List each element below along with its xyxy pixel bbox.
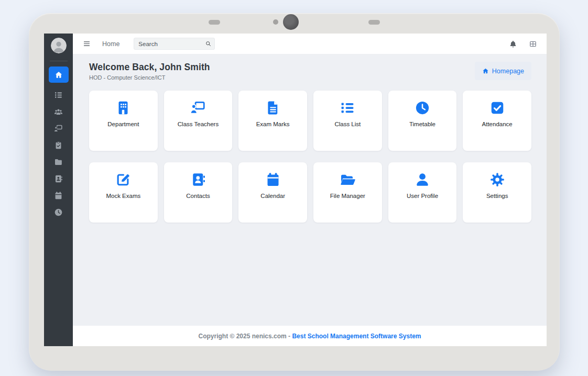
search-icon[interactable] [205, 40, 212, 47]
sidebar-item-address-book-icon[interactable] [54, 174, 63, 183]
search-box [134, 38, 215, 50]
file-lines-icon [265, 100, 281, 116]
card-label: Department [107, 121, 139, 127]
bezel-sensor-dot [273, 19, 278, 25]
sidebar [44, 34, 73, 346]
card-attendance[interactable]: Attendance [463, 91, 531, 151]
square-check-icon [489, 100, 505, 116]
card-department[interactable]: Department [89, 91, 158, 151]
building-icon [115, 100, 131, 116]
list-icon [340, 100, 355, 116]
user-avatar[interactable] [51, 38, 67, 53]
avatar-person-icon [51, 38, 67, 53]
sidebar-item-folder-icon[interactable] [54, 158, 63, 167]
address-book-icon [190, 172, 206, 187]
pen-square-icon [115, 172, 131, 187]
homepage-button-label: Homepage [492, 68, 524, 75]
content: Welcome Back, John Smith HOD - Computer … [73, 54, 547, 326]
main-area: Home Welcome Back, John Smith HOD - Comp… [73, 34, 547, 346]
card-label: Mock Exams [106, 193, 140, 199]
app-window: Home Welcome Back, John Smith HOD - Comp… [44, 34, 547, 346]
bezel-sensor-pill-right [368, 20, 380, 25]
card-class-teachers[interactable]: Class Teachers [164, 91, 233, 151]
nav-home-link[interactable]: Home [102, 40, 119, 48]
footer: Copyright © 2025 nenics.com - Best Schoo… [73, 326, 547, 346]
card-label: Attendance [482, 121, 513, 127]
card-file-manager[interactable]: File Manager [313, 162, 382, 223]
clock-icon [415, 100, 430, 116]
calendar-icon [265, 172, 281, 187]
card-label: Settings [486, 193, 508, 199]
search-input[interactable] [134, 38, 215, 50]
page-subtitle: HOD - Computer Science/ICT [89, 74, 210, 81]
card-exam-marks[interactable]: Exam Marks [238, 91, 307, 151]
gear-icon [489, 172, 505, 187]
card-timetable[interactable]: Timetable [388, 91, 457, 151]
header-row: Welcome Back, John Smith HOD - Computer … [89, 62, 531, 81]
menu-toggle-icon[interactable] [82, 40, 91, 48]
grid-icon[interactable] [529, 40, 537, 48]
card-label: Contacts [186, 193, 210, 199]
chalkboard-user-icon [190, 100, 206, 116]
home-icon [482, 68, 489, 74]
card-contacts[interactable]: Contacts [164, 162, 233, 223]
copyright-text: Copyright © 2025 nenics.com [199, 333, 287, 340]
welcome-block: Welcome Back, John Smith HOD - Computer … [89, 62, 210, 81]
bell-icon[interactable] [509, 40, 517, 48]
bezel-sensor-pill-left [209, 20, 220, 25]
folder-open-icon [340, 172, 355, 187]
page-title: Welcome Back, John Smith [89, 62, 210, 73]
dashboard-cards: DepartmentClass TeachersExam MarksClass … [89, 91, 531, 223]
front-camera [283, 14, 299, 30]
sidebar-item-clipboard-check-icon[interactable] [54, 141, 63, 150]
card-settings[interactable]: Settings [463, 162, 531, 223]
card-label: User Profile [407, 193, 438, 199]
card-label: Calendar [260, 193, 285, 199]
sidebar-item-calendar-icon[interactable] [54, 191, 63, 200]
sidebar-item-list-icon[interactable] [54, 91, 63, 99]
sidebar-item-class-teachers-icon[interactable] [54, 124, 63, 133]
card-user-profile[interactable]: User Profile [388, 162, 457, 223]
user-icon [415, 172, 430, 187]
card-class-list[interactable]: Class List [313, 91, 382, 151]
footer-separator: - [287, 333, 292, 340]
homepage-button[interactable]: Homepage [475, 62, 531, 80]
sidebar-item-users-icon[interactable] [54, 107, 63, 116]
home-icon [55, 71, 63, 79]
footer-link[interactable]: Best School Management Software System [292, 333, 421, 340]
card-label: Timetable [409, 121, 435, 127]
card-label: Class List [334, 121, 361, 127]
card-label: Class Teachers [178, 121, 219, 127]
card-mock-exams[interactable]: Mock Exams [89, 162, 158, 223]
tablet-frame: Home Welcome Back, John Smith HOD - Comp… [29, 13, 560, 371]
sidebar-item-clock-icon[interactable] [54, 208, 63, 217]
card-calendar[interactable]: Calendar [238, 162, 307, 223]
card-label: Exam Marks [256, 121, 290, 127]
topbar: Home [73, 34, 547, 54]
sidebar-item-home[interactable] [49, 67, 69, 83]
card-label: File Manager [330, 193, 365, 199]
sidebar-divider [50, 61, 68, 61]
